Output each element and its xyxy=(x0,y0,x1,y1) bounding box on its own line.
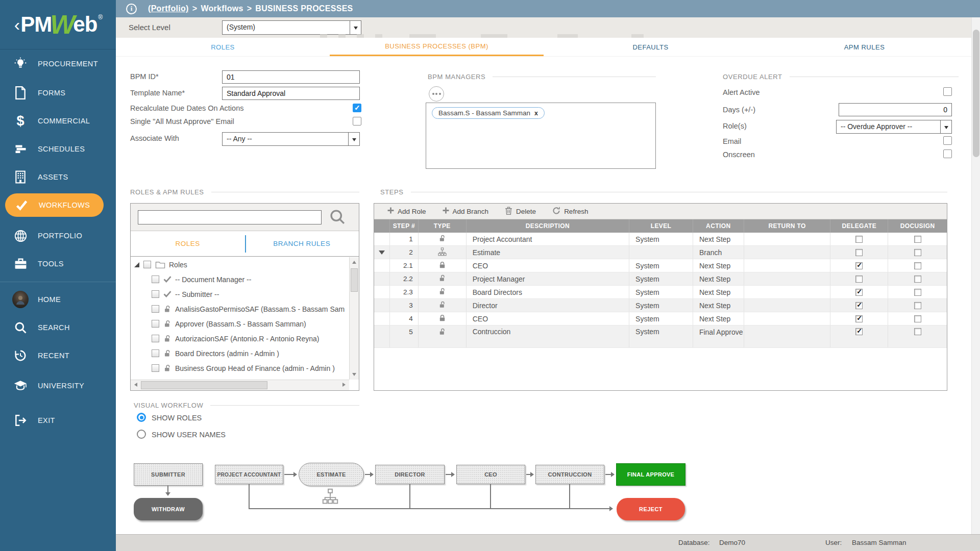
show-roles-radio[interactable] xyxy=(137,413,146,422)
info-icon[interactable]: i xyxy=(126,4,137,14)
refresh-button[interactable]: Refresh xyxy=(552,207,588,216)
sidebar-item-commercial[interactable]: $ COMMERCIAL xyxy=(0,109,116,133)
docusign-checkbox[interactable] xyxy=(914,315,921,322)
column-type[interactable]: TYPE xyxy=(418,219,466,233)
delegate-checkbox[interactable] xyxy=(855,236,863,243)
onscreen-checkbox[interactable] xyxy=(943,149,952,158)
manager-chip[interactable]: Bassam.S - Bassam Samman x xyxy=(432,107,545,119)
breadcrumb-portfolio-link[interactable]: (Portfolio) xyxy=(148,4,189,13)
tree-checkbox[interactable] xyxy=(152,364,159,372)
alert-active-checkbox[interactable] xyxy=(943,87,952,96)
docusign-checkbox[interactable] xyxy=(914,302,921,309)
docusign-checkbox[interactable] xyxy=(914,328,921,335)
sidebar-item-university[interactable]: UNIVERSITY xyxy=(0,374,116,397)
scroll-up-icon[interactable] xyxy=(352,261,356,264)
tree-item[interactable]: Business Group Head of Finance (admin - … xyxy=(131,361,349,375)
column-action[interactable]: ACTION xyxy=(693,219,744,233)
email-checkbox[interactable] xyxy=(943,136,952,145)
tree-checkbox[interactable] xyxy=(152,335,159,342)
overdue-role-dropdown[interactable]: -- Overdue Approver -- xyxy=(836,120,952,134)
sidebar-item-workflows[interactable]: WORKFLOWS xyxy=(5,193,104,217)
tree-root-roles[interactable]: Roles xyxy=(131,257,349,272)
delegate-checkbox[interactable] xyxy=(855,262,863,269)
tab-roles-inner[interactable]: ROLES xyxy=(131,231,245,256)
chevron-down-icon[interactable] xyxy=(350,21,361,34)
tree-checkbox[interactable] xyxy=(152,320,159,328)
tree-checkbox[interactable] xyxy=(152,290,159,298)
tab-branch-rules[interactable]: BRANCH RULES xyxy=(245,231,359,256)
scroll-left-icon[interactable] xyxy=(134,383,137,387)
docusign-checkbox[interactable] xyxy=(914,236,921,243)
tab-defaults[interactable]: DEFAULTS xyxy=(544,38,757,56)
page-scrollbar[interactable] xyxy=(971,17,980,534)
step-row-4[interactable]: 4 CEO System Next Step xyxy=(374,312,947,325)
delegate-checkbox[interactable] xyxy=(855,276,863,283)
tree-item[interactable]: -- Submitter -- xyxy=(131,287,349,302)
delegate-checkbox[interactable] xyxy=(855,328,863,335)
scroll-right-icon[interactable] xyxy=(342,383,346,387)
step-row-1[interactable]: 1 Project Accountant System Next Step xyxy=(374,233,947,246)
tree-checkbox[interactable] xyxy=(152,276,159,283)
sidebar-item-exit[interactable]: EXIT xyxy=(0,409,116,432)
scroll-down-icon[interactable] xyxy=(352,373,356,376)
collapse-triangle-icon[interactable] xyxy=(379,251,385,255)
sidebar-item-portfolio[interactable]: PORTFOLIO xyxy=(0,224,116,247)
sidebar-item-home[interactable]: HOME xyxy=(0,288,116,311)
bpm-id-input[interactable] xyxy=(222,70,360,84)
step-row-2[interactable]: 2 Estimate Branch xyxy=(374,246,947,259)
show-user-names-radio[interactable] xyxy=(137,430,146,439)
roles-search-input[interactable] xyxy=(138,210,322,224)
delegate-checkbox[interactable] xyxy=(855,289,863,296)
tree-checkbox[interactable] xyxy=(143,261,151,268)
template-name-input[interactable] xyxy=(222,87,360,100)
tree-item[interactable]: Board Directors (admin - Admin ) xyxy=(131,346,349,361)
scrollbar-thumb[interactable] xyxy=(973,30,979,157)
sidebar-item-procurement[interactable]: PROCUREMENT xyxy=(0,52,116,76)
bpm-managers-box[interactable]: Bassam.S - Bassam Samman x xyxy=(426,103,656,169)
scrollbar-thumb[interactable] xyxy=(141,381,267,389)
add-role-button[interactable]: Add Role xyxy=(387,207,426,215)
tab-apm-rules[interactable]: APM RULES xyxy=(757,38,971,56)
tree-checkbox[interactable] xyxy=(152,305,159,313)
tree-item[interactable]: Approver (Bassam.S - Bassam Samman) xyxy=(131,316,349,331)
chip-remove-icon[interactable]: x xyxy=(534,110,538,117)
sidebar-item-schedules[interactable]: SCHEDULES xyxy=(0,137,116,161)
column-step[interactable]: STEP # xyxy=(389,219,418,233)
single-email-checkbox[interactable] xyxy=(353,117,361,126)
step-row-2-3[interactable]: 2.3 Board Directors System Next Step xyxy=(374,286,947,299)
tree-horizontal-scrollbar[interactable] xyxy=(131,380,349,390)
docusign-checkbox[interactable] xyxy=(914,262,921,269)
delete-button[interactable]: Delete xyxy=(505,206,536,216)
search-icon[interactable] xyxy=(329,208,346,228)
tree-item[interactable]: -- Document Manager -- xyxy=(131,272,349,287)
column-return-to[interactable]: RETURN TO xyxy=(744,219,830,233)
tree-item[interactable]: AutorizacionSAF (Antonio.R - Antonio Rey… xyxy=(131,331,349,346)
docusign-checkbox[interactable] xyxy=(914,276,921,283)
step-row-3[interactable]: 3 Director System Next Step xyxy=(374,299,947,312)
column-description[interactable]: DESCRIPTION xyxy=(466,219,629,233)
delegate-checkbox[interactable] xyxy=(855,302,863,309)
docusign-checkbox[interactable] xyxy=(914,249,921,256)
recalculate-checkbox[interactable] xyxy=(353,104,361,112)
docusign-checkbox[interactable] xyxy=(914,289,921,296)
chevron-down-icon[interactable] xyxy=(348,133,359,145)
tree-vertical-scrollbar[interactable] xyxy=(349,257,359,380)
column-docusign[interactable]: DOCUSIGN xyxy=(888,219,947,233)
step-row-2-2[interactable]: 2.2 Project Manager System Next Step xyxy=(374,272,947,286)
sidebar-item-assets[interactable]: ASSETS xyxy=(0,165,116,189)
sidebar-item-recent[interactable]: RECENT xyxy=(0,344,116,367)
tree-item[interactable]: AnalisisGastoPermisoSAF (Bassam.S - Bass… xyxy=(131,302,349,316)
delegate-checkbox[interactable] xyxy=(855,249,863,256)
chevron-down-icon[interactable] xyxy=(940,120,951,133)
pmweb-logo[interactable]: ‹PMWeb® xyxy=(0,0,116,49)
sidebar-item-forms[interactable]: FORMS xyxy=(0,81,116,105)
step-row-5[interactable]: 5 Contruccion System Final Approve xyxy=(374,325,947,348)
delegate-checkbox[interactable] xyxy=(855,315,863,322)
step-row-2-1[interactable]: 2.1 CEO System Next Step xyxy=(374,259,947,272)
select-level-dropdown[interactable]: (System) xyxy=(222,20,361,35)
column-level[interactable]: LEVEL xyxy=(629,219,693,233)
expander-icon[interactable] xyxy=(134,262,139,267)
scrollbar-thumb[interactable] xyxy=(351,268,358,292)
column-delegate[interactable]: DELEGATE xyxy=(830,219,888,233)
associate-with-dropdown[interactable]: -- Any -- xyxy=(222,132,360,146)
